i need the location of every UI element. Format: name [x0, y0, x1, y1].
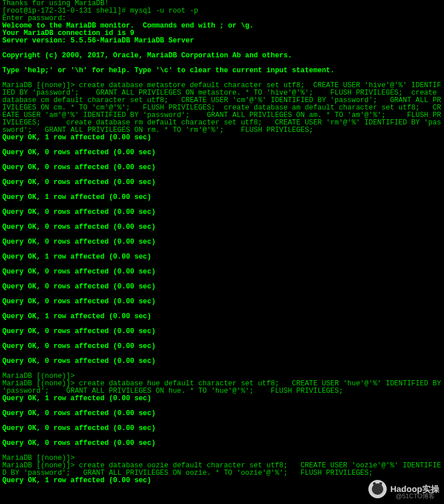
- terminal-line: Query OK, 0 rows affected (0.00 sec): [2, 425, 442, 432]
- terminal-line: Type 'help;' or '\h' for help. Type '\c'…: [2, 67, 442, 75]
- terminal-line: [2, 485, 442, 492]
- terminal-line: [root@ip-172-31-0-131 shell]# mysql -u r…: [2, 7, 442, 15]
- terminal-line: Query OK, 0 rows affected (0.00 sec): [2, 440, 442, 447]
- terminal-line: Query OK, 0 rows affected (0.00 sec): [2, 149, 442, 157]
- terminal-line: Server version: 5.5.56-MariaDB MariaDB S…: [2, 37, 442, 45]
- terminal-line: Query OK, 1 row affected (0.00 sec): [2, 477, 442, 485]
- terminal-line: Query OK, 0 rows affected (0.00 sec): [2, 328, 442, 335]
- terminal-line: Query OK, 0 rows affected (0.00 sec): [2, 343, 442, 350]
- terminal-line: Query OK, 0 rows affected (0.00 sec): [2, 239, 442, 246]
- terminal-line: Query OK, 0 rows affected (0.00 sec): [2, 298, 442, 306]
- terminal-line: Query OK, 1 row affected (0.00 sec): [2, 395, 442, 403]
- terminal-line: Query OK, 0 rows affected (0.00 sec): [2, 164, 442, 171]
- terminal-line: Query OK, 1 row affected (0.00 sec): [2, 194, 442, 201]
- terminal-line: MariaDB [(none)]> create database metast…: [2, 82, 442, 134]
- terminal-line: Query OK, 0 rows affected (0.00 sec): [2, 358, 442, 365]
- terminal-line: MariaDB [(none)]> create database oozie …: [2, 462, 442, 477]
- terminal-line: MariaDB [(none)]> create database hue de…: [2, 380, 442, 395]
- terminal-line: Query OK, 0 rows affected (0.00 sec): [2, 268, 442, 276]
- terminal-line: Query OK, 0 rows affected (0.00 sec): [2, 224, 442, 231]
- terminal-line: Copyright (c) 2000, 2017, Oracle, MariaD…: [2, 52, 442, 60]
- terminal-output[interactable]: Thanks for using MariaDB![root@ip-172-31…: [0, 0, 444, 504]
- terminal-line: Query OK, 0 rows affected (0.00 sec): [2, 283, 442, 291]
- terminal-line: Query OK, 0 rows affected (0.00 sec): [2, 410, 442, 417]
- terminal-line: Query OK, 1 row affected (0.00 sec): [2, 253, 442, 261]
- terminal-line: Query OK, 0 rows affected (0.00 sec): [2, 179, 442, 186]
- terminal-line: Query OK, 1 row affected (0.00 sec): [2, 313, 442, 321]
- terminal-line: Query OK, 0 rows affected (0.00 sec): [2, 209, 442, 216]
- terminal-line: Query OK, 1 row affected (0.00 sec): [2, 134, 442, 142]
